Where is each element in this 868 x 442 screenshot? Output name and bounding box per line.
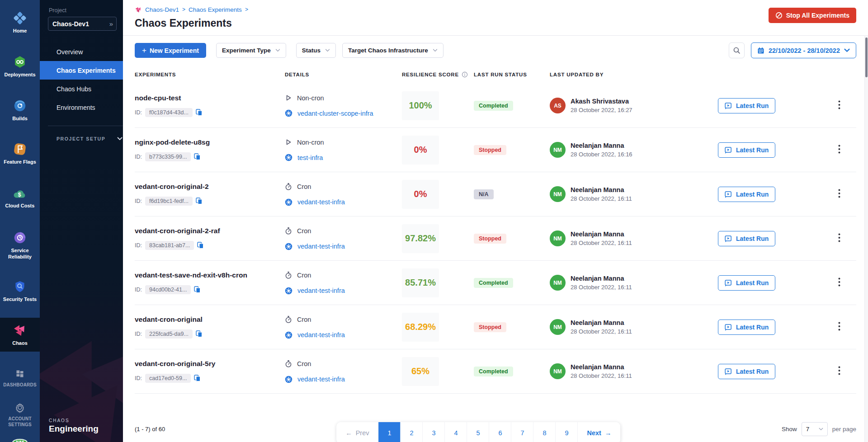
user-avatar[interactable]: NM xyxy=(12,439,28,442)
scrollbar-thumb[interactable] xyxy=(865,38,868,77)
scrollbar[interactable] xyxy=(864,36,868,442)
sidebar-item-overview[interactable]: Overview xyxy=(40,42,123,61)
infrastructure-link[interactable]: vedant-test-infra xyxy=(297,198,345,206)
rail-item-feature-flags[interactable]: Feature Flags xyxy=(0,137,40,170)
rail-item-builds[interactable]: Builds xyxy=(0,94,40,127)
page-button[interactable]: 8 xyxy=(533,422,556,442)
latest-run-button[interactable]: Latest Run xyxy=(718,275,775,291)
last-run-status-cell: N/A xyxy=(474,189,550,199)
status-badge: Completed xyxy=(474,367,513,376)
copy-id-button[interactable] xyxy=(196,197,203,205)
infrastructure-link[interactable]: test-infra xyxy=(297,154,323,161)
infrastructure-link[interactable]: vedant-test-infra xyxy=(297,376,345,383)
infrastructure-link[interactable]: vedant-test-infra xyxy=(297,287,345,294)
latest-run-button[interactable]: Latest Run xyxy=(718,320,775,335)
dashboards-icon xyxy=(14,368,25,379)
sidebar-item-environments[interactable]: Environments xyxy=(40,98,123,117)
breadcrumb-link-project[interactable]: Chaos-Dev1 xyxy=(145,6,179,13)
details-cell: Cron vedant-test-infra xyxy=(285,315,398,339)
latest-run-label: Latest Run xyxy=(736,279,769,287)
page-button[interactable]: 9 xyxy=(556,422,578,442)
copy-id-button[interactable] xyxy=(196,109,203,116)
prev-page-button[interactable]: ← Prev xyxy=(336,422,378,442)
experiment-name[interactable]: node-cpu-test xyxy=(135,94,285,102)
copy-id-button[interactable] xyxy=(194,375,201,382)
search-button[interactable] xyxy=(729,42,745,58)
avatar: NM xyxy=(550,142,566,158)
resilience-score-cell: 65% xyxy=(398,357,474,386)
infrastructure-link[interactable]: vedant-test-infra xyxy=(297,243,345,250)
page-button[interactable]: 2 xyxy=(401,422,423,442)
rail-item-dashboards[interactable]: DASHBOARDS xyxy=(0,363,40,393)
next-page-button[interactable]: Next → xyxy=(578,422,620,442)
per-page-select[interactable]: 7 xyxy=(802,422,828,436)
experiment-name[interactable]: vedant-cron-original-2-raf xyxy=(135,227,285,235)
copy-id-button[interactable] xyxy=(196,330,203,338)
latest-run-button[interactable]: Latest Run xyxy=(718,98,775,113)
latest-run-button[interactable]: Latest Run xyxy=(718,142,775,158)
row-menu-button[interactable] xyxy=(835,275,844,291)
copy-id-button[interactable] xyxy=(197,242,204,249)
experiment-id: f6d19bc1-fedf... xyxy=(145,197,193,206)
project-selector[interactable]: Chaos-Dev1 » xyxy=(48,17,117,31)
filter-experiment-type[interactable]: Experiment Type xyxy=(216,43,286,58)
experiment-name[interactable]: vedant-cron-original xyxy=(135,315,285,324)
per-page-value: 7 xyxy=(806,426,810,433)
infrastructure-link[interactable]: vedant-test-infra xyxy=(297,331,345,339)
row-menu-button[interactable] xyxy=(835,98,844,113)
experiment-cell: vedant-test-save-nd-exit-v8h-cron ID: 94… xyxy=(135,271,285,294)
row-menu-button[interactable] xyxy=(835,319,844,335)
infrastructure-link[interactable]: vedant-cluster-scope-infra xyxy=(297,110,373,117)
filter-status[interactable]: Status xyxy=(296,43,336,58)
date-range-picker[interactable]: 22/10/2022 - 28/10/2022 xyxy=(751,42,856,58)
project-setup-toggle[interactable]: PROJECT SETUP xyxy=(57,136,123,141)
experiment-name[interactable]: vedant-cron-original-2 xyxy=(135,183,285,191)
service-reliability-icon xyxy=(13,231,27,245)
copy-id-button[interactable] xyxy=(194,153,201,160)
rail-item-security-tests[interactable]: Security Tests xyxy=(0,275,40,308)
chevron-down-icon xyxy=(819,428,823,431)
experiment-name[interactable]: nginx-pod-delete-u8sg xyxy=(135,138,285,146)
details-cell: Cron vedant-test-infra xyxy=(285,183,398,206)
rail-item-service-reliability[interactable]: Service Reliability xyxy=(0,226,40,265)
page-button[interactable]: 4 xyxy=(445,422,467,442)
column-last-updated-by: LAST UPDATED BY xyxy=(550,72,718,77)
rail-item-cloud-costs[interactable]: $ Cloud Costs xyxy=(0,182,40,214)
stop-all-experiments-button[interactable]: Stop All Experiments xyxy=(769,8,856,23)
chevron-down-icon xyxy=(275,49,280,52)
per-page-label: per page xyxy=(832,426,856,433)
row-menu-button[interactable] xyxy=(835,230,844,246)
row-menu-button[interactable] xyxy=(835,142,844,158)
latest-run-button[interactable]: Latest Run xyxy=(718,231,775,246)
copy-id-button[interactable] xyxy=(194,286,201,293)
experiment-name[interactable]: vedant-test-save-nd-exit-v8h-cron xyxy=(135,271,285,279)
experiment-id: f0c187d4-43d... xyxy=(145,108,193,117)
rail-item-chaos[interactable]: Chaos xyxy=(0,318,40,352)
experiment-type: Cron xyxy=(297,227,311,235)
latest-run-button[interactable]: Latest Run xyxy=(718,364,775,379)
row-menu-button[interactable] xyxy=(835,363,844,379)
rail-item-deployments[interactable]: Deployments xyxy=(0,50,40,83)
app-window: Home Deployments Builds Feature Flags $ … xyxy=(0,0,868,442)
sidebar-item-chaos-hubs[interactable]: Chaos Hubs xyxy=(40,80,123,98)
page-button[interactable]: 3 xyxy=(423,422,445,442)
row-menu-button[interactable] xyxy=(835,186,844,202)
resilience-score: 0% xyxy=(402,180,439,209)
page-button[interactable]: 5 xyxy=(467,422,489,442)
page-button[interactable]: 6 xyxy=(489,422,511,442)
avatar: NM xyxy=(550,319,566,335)
info-icon[interactable] xyxy=(462,71,468,78)
rail-item-home[interactable]: Home xyxy=(0,6,40,39)
breadcrumb-link-experiments[interactable]: Chaos Experiments xyxy=(189,6,242,13)
last-updated-by-cell: NM Neelanjan Manna 28 October 2022, 16:1… xyxy=(550,275,718,291)
experiment-name[interactable]: vedant-cron-original-5ry xyxy=(135,360,285,368)
new-experiment-button[interactable]: + New Experiment xyxy=(135,43,206,58)
module-rail: Home Deployments Builds Feature Flags $ … xyxy=(0,0,40,442)
user-name: Neelanjan Manna xyxy=(571,186,632,193)
filter-target-chaos-infrastructure[interactable]: Target Chaos Infrastructure xyxy=(342,43,443,58)
page-button[interactable]: 1 xyxy=(378,422,401,442)
page-button[interactable]: 7 xyxy=(511,422,533,442)
latest-run-button[interactable]: Latest Run xyxy=(718,187,775,202)
sidebar-item-chaos-experiments[interactable]: Chaos Experiments xyxy=(40,61,123,80)
rail-item-account-settings[interactable]: ACCOUNT SETTINGS xyxy=(0,397,40,433)
